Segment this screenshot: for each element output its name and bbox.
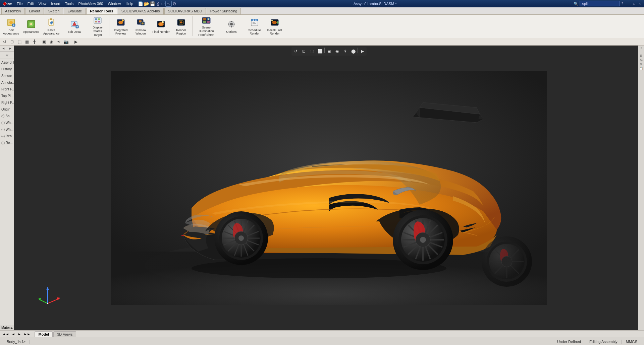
- rp-icon2[interactable]: ☰: [640, 50, 643, 53]
- vp-tool-6[interactable]: ◉: [333, 48, 341, 55]
- rp-icon3[interactable]: ⊞: [640, 54, 643, 57]
- vp-filter-icon[interactable]: ⊡: [9, 39, 15, 45]
- vp-section-icon[interactable]: ⬚: [16, 39, 23, 45]
- open-file-icon[interactable]: 📂: [144, 1, 149, 6]
- select-tool[interactable]: ↖: [165, 1, 172, 7]
- tab-solidworks-mbd[interactable]: SOLIDWORKS MBD: [164, 8, 206, 14]
- final-render-button[interactable]: Final Render: [151, 15, 171, 37]
- vp-axis-icon[interactable]: ╋: [31, 39, 38, 45]
- tree-item-sensor[interactable]: Sensor: [0, 72, 14, 79]
- vp-tool-4[interactable]: ⬜: [316, 48, 324, 55]
- search-area[interactable]: 🔍 ?: [574, 1, 623, 6]
- menu-file[interactable]: File: [15, 1, 25, 6]
- render-region-button[interactable]: Render Region: [171, 15, 191, 37]
- rp-icon4[interactable]: ◎: [640, 58, 643, 62]
- print-icon[interactable]: 🖨: [156, 1, 160, 6]
- paste-appearance-button[interactable]: Paste Appearance: [42, 15, 61, 37]
- new-file-icon[interactable]: 📄: [138, 1, 143, 6]
- window-controls[interactable]: — □ ✕: [626, 1, 643, 6]
- vp-scene-icon[interactable]: ☀: [55, 39, 62, 45]
- restore-button[interactable]: □: [632, 1, 637, 6]
- title-bar: SW File Edit View Insert Tools PhotoView…: [0, 0, 644, 7]
- vp-appearance-icon[interactable]: ◉: [48, 39, 55, 45]
- tab-sketch[interactable]: Sketch: [45, 8, 63, 14]
- tree-item-origin[interactable]: Origin: [0, 106, 14, 113]
- sidebar-prev[interactable]: ◄: [0, 46, 7, 51]
- tab-last[interactable]: ►►: [23, 332, 32, 336]
- menu-help[interactable]: Help: [124, 1, 136, 6]
- minimize-button[interactable]: —: [626, 1, 631, 6]
- menu-photoview[interactable]: PhotoView 360: [76, 1, 105, 6]
- tab-3d-views[interactable]: 3D Views: [53, 331, 76, 337]
- 3d-viewport[interactable]: ↺ ⊡ ⬚ ⬜ ▣ ◉ ☀ ⬤ ▶: [14, 46, 644, 330]
- preview-window-button[interactable]: Preview Window: [131, 15, 151, 37]
- svg-rect-47: [233, 24, 235, 24]
- menu-edit[interactable]: Edit: [25, 1, 36, 6]
- tab-render-tools[interactable]: Render Tools: [86, 8, 117, 14]
- vp-tool-2[interactable]: ⊡: [300, 48, 308, 55]
- schedule-render-button[interactable]: Schedule Render: [245, 15, 264, 37]
- tree-item-assy[interactable]: Assy of La...: [0, 59, 14, 66]
- tree-item-front[interactable]: Front P...: [0, 86, 14, 92]
- vp-tool-1[interactable]: ↺: [292, 48, 300, 55]
- tab-first[interactable]: ◄◄: [1, 332, 10, 336]
- vp-rotate-icon[interactable]: ↺: [1, 39, 8, 45]
- sidebar-next[interactable]: ►: [7, 46, 14, 51]
- tab-assembly[interactable]: Assembly: [1, 8, 25, 14]
- options-button[interactable]: Options: [222, 15, 241, 37]
- tree-item-wheel2[interactable]: (-) Wh...: [0, 126, 14, 133]
- menu-window[interactable]: Window: [106, 1, 123, 6]
- menu-insert[interactable]: Insert: [49, 1, 62, 6]
- menu-tools[interactable]: Tools: [63, 1, 76, 6]
- rp-icon5[interactable]: ✉: [640, 63, 643, 66]
- tab-model[interactable]: Model: [35, 331, 53, 337]
- vp-plane-icon[interactable]: ▦: [23, 39, 30, 45]
- integrated-preview-button[interactable]: Integrated Preview: [111, 15, 130, 37]
- recall-last-render-button[interactable]: Recall Last Render: [265, 15, 284, 37]
- filter-icon[interactable]: ▽: [6, 53, 8, 57]
- tree-item-top[interactable]: Top Pl...: [0, 92, 14, 99]
- tree-item-wheel1[interactable]: (-) Wh...: [0, 119, 14, 126]
- options-icon[interactable]: ⚙: [172, 1, 176, 6]
- edit-decal-button[interactable]: Edit Decal: [65, 15, 84, 37]
- mates-expand-icon: ▲: [10, 326, 13, 329]
- mates-tab[interactable]: Mates ▲: [0, 325, 14, 330]
- edit-appearance-button[interactable]: Edit Appearance: [1, 15, 21, 37]
- edit-appearance-icon: [6, 17, 16, 28]
- vp-tool-9[interactable]: ▶: [359, 48, 366, 55]
- save-icon[interactable]: 💾: [150, 1, 155, 6]
- tab-evaluate[interactable]: Evaluate: [64, 8, 86, 14]
- tree-item-history[interactable]: History: [0, 66, 14, 72]
- vp-tool-8[interactable]: ⬤: [350, 48, 357, 55]
- tab-layout[interactable]: Layout: [25, 8, 44, 14]
- help-icon[interactable]: ?: [621, 2, 623, 6]
- vp-tool-5[interactable]: ▣: [325, 48, 333, 55]
- tree-item-annota[interactable]: Annota...: [0, 79, 14, 86]
- svg-rect-21: [98, 21, 100, 22]
- recall-last-render-icon: [269, 17, 280, 28]
- display-states-button[interactable]: Display States Target: [88, 15, 107, 37]
- rp-icon6[interactable]: 📋: [639, 67, 643, 70]
- undo-icon[interactable]: ↩: [161, 1, 165, 6]
- close-button[interactable]: ✕: [637, 1, 643, 6]
- vp-tool-3[interactable]: ⬚: [308, 48, 316, 55]
- search-input[interactable]: [580, 1, 620, 6]
- tab-prev[interactable]: ◄: [11, 332, 16, 336]
- svg-point-31: [159, 23, 163, 25]
- menu-bar[interactable]: File Edit View Insert Tools PhotoView 36…: [15, 1, 135, 6]
- rp-icon1[interactable]: ≡: [640, 47, 643, 49]
- scene-illumination-button[interactable]: Scene Illumination Proof Sheet: [195, 15, 218, 37]
- menu-view[interactable]: View: [37, 1, 49, 6]
- vp-camera-icon[interactable]: 📷: [63, 39, 69, 45]
- vp-tool-7[interactable]: ☀: [341, 48, 349, 55]
- tab-next[interactable]: ►: [17, 332, 22, 336]
- tree-item-rear2[interactable]: (-) Re...: [0, 139, 14, 146]
- vp-more-icon[interactable]: ▶: [72, 39, 79, 45]
- tree-item-right[interactable]: Right P...: [0, 99, 14, 106]
- tree-item-rear1[interactable]: (-) Rea...: [0, 133, 14, 139]
- appearance-button[interactable]: Appearance: [21, 15, 41, 37]
- tree-item-body[interactable]: (f) Bo...: [0, 113, 14, 119]
- vp-display-style-icon[interactable]: ▣: [41, 39, 47, 45]
- tab-solidworks-addins[interactable]: SOLIDWORKS Add-Ins: [118, 8, 164, 14]
- tab-power-surfacing[interactable]: Power Surfacing: [207, 8, 241, 14]
